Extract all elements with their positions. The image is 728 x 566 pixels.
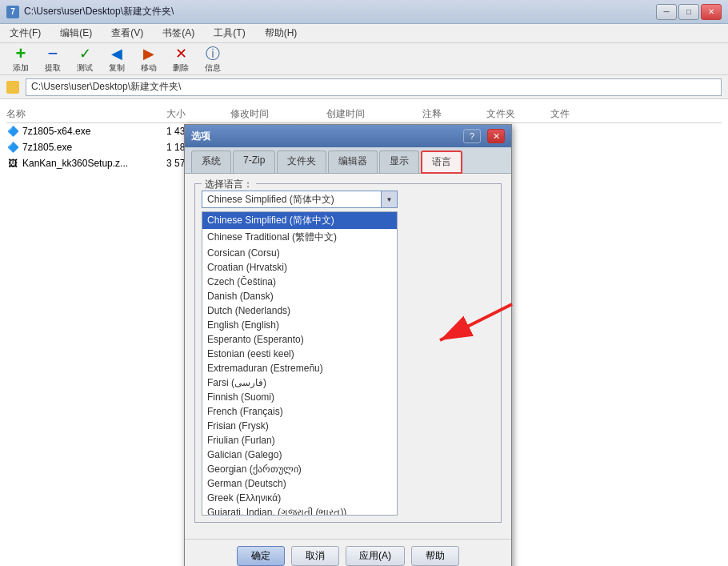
- move-icon: ▶: [140, 45, 158, 62]
- section-label: 选择语言：: [202, 178, 256, 191]
- list-item[interactable]: Danish (Dansk): [202, 289, 397, 303]
- list-item[interactable]: English (English): [202, 318, 397, 332]
- file-icon: 🔷: [6, 141, 19, 154]
- test-icon: ✓: [76, 45, 94, 62]
- file-list-header: 名称 大小 修改时间 创建时间 注释 文件夹 文件: [6, 106, 722, 123]
- menu-help[interactable]: 帮助(H): [262, 25, 301, 42]
- window-title: C:\Users\user\Desktop\新建文件夹\: [24, 5, 651, 18]
- list-item[interactable]: Frisian (Frysk): [202, 419, 397, 433]
- ok-button[interactable]: 确定: [237, 546, 285, 566]
- delete-icon: ✕: [172, 45, 190, 62]
- tab-display[interactable]: 显示: [379, 151, 419, 173]
- col-mod-header[interactable]: 修改时间: [230, 107, 326, 121]
- folder-icon: [6, 81, 19, 94]
- menu-edit[interactable]: 编辑(E): [57, 25, 95, 42]
- col-file-header[interactable]: 文件: [550, 107, 614, 121]
- options-dialog: 选项 ? ✕ 系统 7-Zip 文件夹 编辑器 显示 语言 选择语言： Chin…: [184, 124, 512, 566]
- menu-bar: 文件(F) 编辑(E) 查看(V) 书签(A) 工具(T) 帮助(H): [0, 24, 728, 43]
- list-item[interactable]: Croatian (Hrvatski): [202, 260, 397, 275]
- dialog-title: 选项: [191, 130, 457, 143]
- tab-editor[interactable]: 编辑器: [328, 151, 378, 173]
- col-note-header[interactable]: 注释: [422, 107, 486, 121]
- file-icon: 🔷: [6, 125, 19, 138]
- list-item[interactable]: Farsi (فارسی): [202, 375, 397, 390]
- add-icon: +: [12, 45, 30, 62]
- info-icon: ⓘ: [204, 45, 222, 62]
- selected-language-text: Chinese Simplified (简体中文): [207, 193, 334, 207]
- language-group: 选择语言： Chinese Simplified (简体中文) ▼ Chines…: [194, 183, 502, 523]
- add-label: 添加: [13, 62, 29, 74]
- window-close-button[interactable]: ✕: [701, 4, 722, 20]
- file-icon: 🖼: [6, 157, 19, 170]
- dialog-titlebar: 选项 ? ✕: [185, 125, 511, 147]
- title-bar: 7 C:\Users\user\Desktop\新建文件夹\ ─ □ ✕: [0, 0, 728, 24]
- apply-button[interactable]: 应用(A): [346, 546, 405, 566]
- list-item[interactable]: Dutch (Nederlands): [202, 303, 397, 318]
- window-controls: ─ □ ✕: [656, 4, 722, 20]
- dropdown-arrow-icon: ▼: [381, 191, 397, 207]
- list-item[interactable]: Galician (Galego): [202, 448, 397, 462]
- language-list[interactable]: Chinese Simplified (简体中文) Chinese Tradit…: [202, 211, 398, 516]
- test-label: 测试: [77, 62, 93, 74]
- copy-button[interactable]: ◀ 复制: [102, 43, 131, 75]
- delete-button[interactable]: ✕ 删除: [166, 43, 195, 75]
- col-folder-header[interactable]: 文件夹: [486, 107, 550, 121]
- list-item[interactable]: Estonian (eesti keel): [202, 347, 397, 361]
- address-bar: [0, 75, 728, 99]
- help-button[interactable]: 帮助: [411, 546, 459, 566]
- tab-7zip[interactable]: 7-Zip: [233, 151, 275, 173]
- tab-language[interactable]: 语言: [421, 151, 462, 174]
- language-dropdown-container: Chinese Simplified (简体中文) ▼: [202, 191, 398, 208]
- col-size-header[interactable]: 大小: [166, 107, 230, 121]
- list-item[interactable]: Czech (Čeština): [202, 275, 397, 289]
- menu-file[interactable]: 文件(F): [6, 25, 44, 42]
- dialog-footer: 确定 取消 应用(A) 帮助: [185, 539, 511, 566]
- list-item[interactable]: Chinese Traditional (繁體中文): [202, 229, 397, 246]
- dialog-close-button[interactable]: ✕: [487, 129, 505, 143]
- move-button[interactable]: ▶ 移动: [134, 43, 163, 75]
- col-create-header[interactable]: 创建时间: [326, 107, 422, 121]
- menu-bookmark[interactable]: 书签(A): [159, 25, 198, 42]
- list-item[interactable]: Finnish (Suomi): [202, 390, 397, 404]
- file-name: KanKan_kk360Setup.z...: [22, 158, 128, 169]
- list-item[interactable]: Esperanto (Esperanto): [202, 332, 397, 347]
- list-item[interactable]: Chinese Simplified (简体中文): [202, 212, 397, 229]
- maximize-button[interactable]: □: [678, 4, 699, 20]
- app-icon: 7: [6, 6, 19, 18]
- language-dropdown[interactable]: Chinese Simplified (简体中文) ▼: [202, 191, 398, 208]
- test-button[interactable]: ✓ 测试: [70, 43, 99, 75]
- file-name-cell: 🔷 7z1805.exe: [6, 141, 166, 154]
- file-name-cell: 🔷 7z1805-x64.exe: [6, 125, 166, 138]
- extract-label: 提取: [45, 62, 61, 74]
- toolbar: + 添加 − 提取 ✓ 测试 ◀ 复制 ▶ 移动 ✕ 删除 ⓘ 信息: [0, 43, 728, 75]
- list-item[interactable]: Gujarati, Indian, (ગુજરાતી (ભારત)): [202, 505, 397, 516]
- list-item[interactable]: German (Deutsch): [202, 476, 397, 491]
- list-item[interactable]: Georgian (ქართული): [202, 462, 397, 476]
- menu-tools[interactable]: 工具(T): [210, 25, 248, 42]
- dialog-help-button[interactable]: ?: [463, 129, 481, 143]
- list-item[interactable]: Friulian (Furlan): [202, 433, 397, 448]
- list-item[interactable]: Extremaduran (Estremeñu): [202, 361, 397, 375]
- col-name-header[interactable]: 名称: [6, 107, 166, 121]
- dialog-tabs: 系统 7-Zip 文件夹 编辑器 显示 语言: [185, 147, 511, 174]
- info-button[interactable]: ⓘ 信息: [198, 43, 227, 75]
- tab-folder[interactable]: 文件夹: [277, 151, 326, 173]
- file-name: 7z1805.exe: [22, 142, 72, 153]
- list-item[interactable]: Corsican (Corsu): [202, 246, 397, 260]
- extract-button[interactable]: − 提取: [38, 43, 67, 75]
- copy-label: 复制: [109, 62, 125, 74]
- file-name: 7z1805-x64.exe: [22, 126, 90, 137]
- copy-icon: ◀: [108, 45, 126, 62]
- list-item[interactable]: French (Français): [202, 404, 397, 419]
- file-name-cell: 🖼 KanKan_kk360Setup.z...: [6, 157, 166, 170]
- add-button[interactable]: + 添加: [6, 43, 35, 75]
- minimize-button[interactable]: ─: [656, 4, 677, 20]
- menu-view[interactable]: 查看(V): [108, 25, 146, 42]
- cancel-button[interactable]: 取消: [291, 546, 339, 566]
- extract-icon: −: [44, 45, 62, 62]
- dialog-body: 选择语言： Chinese Simplified (简体中文) ▼ Chines…: [185, 174, 511, 539]
- delete-label: 删除: [173, 62, 189, 74]
- address-input[interactable]: [26, 78, 722, 96]
- list-item[interactable]: Greek (Ελληνικά): [202, 491, 397, 505]
- tab-system[interactable]: 系统: [191, 151, 231, 173]
